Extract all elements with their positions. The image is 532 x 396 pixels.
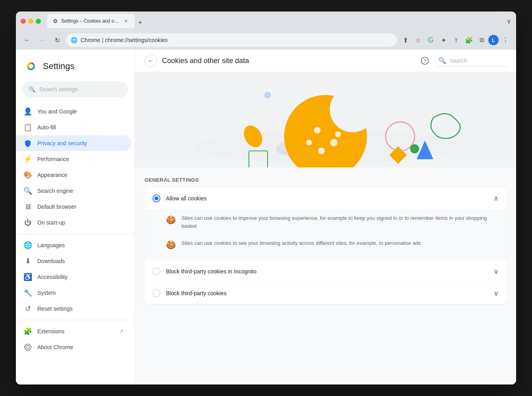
block-third-party-option[interactable]: Block third-party cookies ∨ (145, 283, 507, 304)
translate-button[interactable]: T (450, 34, 462, 46)
content-search-bar[interactable]: 🔍 Search (435, 55, 507, 66)
content-search-icon: 🔍 (438, 57, 446, 64)
block-third-party-label: Block third-party cookies (166, 290, 488, 296)
nav-bar: ← → ↻ 🌐 Chrome | chrome://settings/cooki… (16, 31, 516, 50)
sidebar-label: Auto-fill (37, 124, 123, 131)
sidebar-item-accessibility[interactable]: ♿ Accessibility (16, 269, 131, 285)
block-incognito-option[interactable]: Block third-party cookies in Incognito ∨ (145, 261, 507, 283)
share-button[interactable]: ⬆ (399, 34, 411, 46)
svg-point-16 (306, 140, 312, 146)
sidebar-item-languages[interactable]: 🌐 Languages (16, 237, 131, 253)
detail-text-2: Sites can use cookies to see your browsi… (181, 239, 421, 247)
sidebar-search-placeholder: Search settings (39, 86, 78, 92)
sidebar-item-about-chrome[interactable]: About Chrome (16, 339, 131, 355)
sidebar-item-reset[interactable]: ↺ Reset settings (16, 301, 131, 317)
sidebar-label: You and Google (37, 108, 123, 115)
block-incognito-label: Block third-party cookies in Incognito (166, 268, 488, 275)
reload-button[interactable]: ↻ (51, 34, 64, 46)
extension-sparkle-button[interactable]: ✦ (438, 34, 449, 46)
sidebar: Settings 🔍 Search settings 👤 You and Goo… (16, 50, 135, 384)
new-tab-button[interactable]: + (135, 17, 146, 28)
wrench-icon: 🔧 (24, 289, 32, 297)
allow-all-expanded-details: 🍪 Sites can use cookies to improve your … (145, 210, 507, 261)
sidebar-search-bar[interactable]: 🔍 Search settings (22, 81, 128, 97)
allow-all-radio[interactable] (152, 194, 160, 202)
forward-nav-button[interactable]: → (36, 34, 48, 46)
address-bar[interactable]: 🌐 Chrome | chrome://settings/cookies (66, 33, 397, 47)
sidebar-label: Privacy and security (37, 140, 123, 146)
more-menu-button[interactable]: ⋮ (499, 34, 511, 46)
sidebar-item-appearance[interactable]: 🎨 Appearance (16, 167, 131, 183)
settings-page-title: Settings (43, 61, 75, 71)
sidebar-item-default-browser[interactable]: 🖥 Default browser (16, 199, 131, 215)
help-icon-button[interactable]: ? (419, 55, 430, 66)
sidebar-label: About Chrome (37, 344, 123, 350)
tab-title: Settings – Cookies and other s (61, 18, 120, 24)
detail-item-1: 🍪 Sites can use cookies to improve your … (166, 210, 499, 235)
profile-button[interactable]: L (488, 35, 499, 45)
block-third-party-expand-icon[interactable]: ∨ (493, 289, 499, 298)
about-chrome-icon (24, 343, 32, 351)
address-text: Chrome | chrome://settings/cookies (81, 37, 392, 43)
sidebar-item-you-and-google[interactable]: 👤 You and Google (16, 104, 131, 119)
search-engine-icon: 🔍 (24, 187, 32, 195)
sidebar-label: Languages (37, 242, 123, 248)
accessibility-icon: ♿ (24, 273, 32, 281)
sidebar-item-search-engine[interactable]: 🔍 Search engine (16, 183, 131, 199)
block-incognito-expand-icon[interactable]: ∨ (493, 267, 499, 276)
download-icon: ⬇ (24, 257, 32, 265)
address-url: chrome://settings/cookies (105, 37, 168, 43)
palette-icon: 🎨 (24, 171, 32, 179)
bookmark-button[interactable]: ☆ (412, 34, 424, 46)
sidebar-item-system[interactable]: 🔧 System (16, 285, 131, 301)
sidebar-item-on-startup[interactable]: ⏻ On start-up (16, 215, 131, 231)
back-nav-button[interactable]: ← (21, 34, 33, 46)
svg-point-2 (25, 344, 31, 350)
window-minimize-icon[interactable]: ∨ (507, 17, 511, 25)
sidebar-divider-1 (16, 234, 135, 234)
chrome-logo-icon (24, 59, 38, 73)
sidebar-item-downloads[interactable]: ⬇ Downloads (16, 253, 131, 269)
maximize-button[interactable] (36, 19, 41, 24)
cookie-detail-icon-1: 🍪 (166, 215, 176, 225)
content-search-placeholder: Search (449, 58, 467, 64)
cookie-options-card: Allow all cookies ∧ 🍪 Sites can use cook… (145, 188, 507, 304)
general-settings-label: General settings (145, 177, 507, 183)
extensions-icon: 🧩 (24, 327, 32, 335)
allow-all-collapse-icon[interactable]: ∧ (493, 194, 499, 203)
sidebar-label: Accessibility (37, 274, 123, 280)
svg-point-11 (330, 87, 375, 133)
settings-content: General settings Allow all cookies ∧ 🍪 S… (135, 167, 516, 313)
svg-point-12 (314, 127, 321, 134)
google-account-button[interactable]: G (425, 34, 437, 46)
sidebar-item-autofill[interactable]: 📋 Auto-fill (16, 119, 131, 135)
sidebar-label: Appearance (37, 172, 123, 178)
back-button[interactable]: ← (145, 54, 157, 67)
active-tab[interactable]: ⚙ Settings – Cookies and other s × (47, 14, 135, 28)
sidebar-label: Extensions (37, 328, 114, 334)
split-view-button[interactable]: ⧉ (476, 34, 488, 46)
sidebar-item-privacy[interactable]: Privacy and security (16, 135, 131, 151)
block-third-party-radio[interactable] (152, 289, 160, 297)
sidebar-label: System (37, 290, 123, 296)
svg-point-18 (410, 144, 419, 154)
detail-text-1: Sites can use cookies to improve your br… (181, 214, 499, 230)
performance-icon: ⚡ (24, 155, 32, 163)
sidebar-search-icon: 🔍 (29, 86, 35, 92)
svg-point-3 (26, 346, 29, 349)
extensions-puzzle-button[interactable]: 🧩 (463, 34, 475, 46)
content-area: ← Cookies and other site data ? 🔍 Search (135, 50, 516, 384)
sidebar-label: Default browser (37, 204, 123, 210)
nav-actions: ⬆ ☆ G ✦ T 🧩 ⧉ L ⋮ (399, 34, 511, 46)
tab-close-button[interactable]: × (123, 18, 129, 24)
close-button[interactable] (21, 19, 26, 24)
sidebar-item-extensions[interactable]: 🧩 Extensions ↗ (16, 323, 131, 339)
external-link-icon: ↗ (120, 329, 123, 334)
block-incognito-radio[interactable] (152, 267, 160, 275)
svg-point-14 (318, 148, 325, 154)
address-globe-icon: 🌐 (71, 37, 77, 43)
title-bar: ⚙ Settings – Cookies and other s × + ∨ (16, 12, 516, 31)
minimize-button[interactable] (28, 19, 33, 24)
allow-all-cookies-option[interactable]: Allow all cookies ∧ (145, 188, 507, 210)
sidebar-item-performance[interactable]: ⚡ Performance (16, 151, 131, 167)
